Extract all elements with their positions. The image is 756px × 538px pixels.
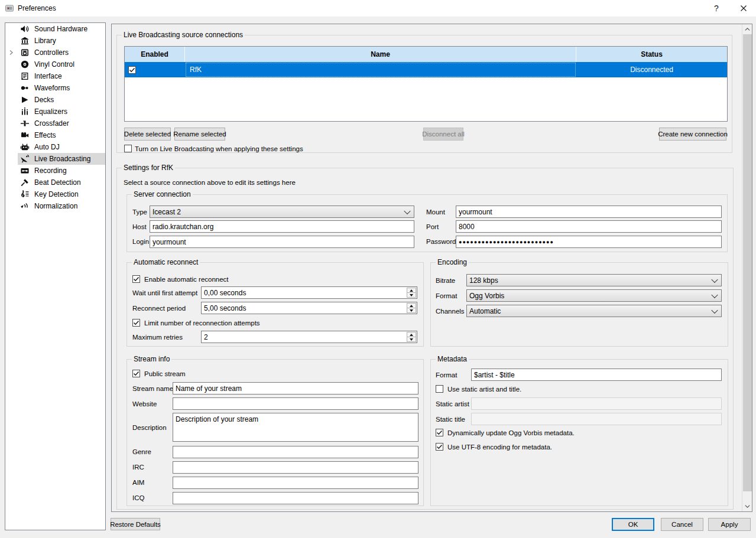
expand-chevron-icon[interactable] — [8, 50, 14, 56]
metadata-format-input[interactable]: $artist - $title — [471, 369, 722, 381]
sidebar-item-equalizers[interactable]: Equalizers — [5, 106, 105, 118]
sidebar-item-crossfader[interactable]: Crossfader — [5, 118, 105, 129]
key-icon — [20, 190, 30, 199]
static-artist-input[interactable] — [471, 397, 722, 410]
wait-spinbox[interactable]: 0,00 seconds — [201, 286, 417, 299]
utf8-label: Use UTF-8 encoding for metadata. — [447, 443, 552, 451]
channels-select[interactable]: Automatic — [466, 305, 722, 317]
chevron-down-icon — [404, 207, 410, 214]
irc-input[interactable] — [173, 461, 418, 474]
mount-input[interactable]: yourmount — [456, 206, 722, 218]
port-input[interactable]: 8000 — [456, 220, 722, 233]
stream-name-input[interactable]: Name of your stream — [173, 382, 418, 394]
scroll-up-button[interactable] — [742, 24, 752, 34]
delete-selected-button[interactable]: Delete selected — [124, 128, 171, 141]
sidebar-item-controllers[interactable]: Controllers — [5, 47, 105, 58]
spinner-buttons[interactable] — [407, 332, 416, 342]
aim-label: AIM — [132, 478, 144, 487]
sidebar-item-label: Crossfader — [34, 118, 69, 129]
static-title-label: Static title — [436, 415, 465, 423]
help-button[interactable]: ? — [709, 1, 723, 15]
title-bar: Preferences ? — [0, 0, 756, 17]
static-artist-title-checkbox[interactable] — [436, 385, 443, 393]
broadcast-icon — [20, 154, 30, 164]
close-button[interactable] — [736, 1, 751, 15]
column-header-name[interactable]: Name — [185, 47, 576, 62]
chevron-down-icon — [711, 276, 718, 282]
group-title: Stream info — [132, 355, 171, 363]
host-input[interactable]: radio.krautchan.org — [150, 220, 414, 233]
sidebar-item-effects[interactable]: Effects — [5, 129, 105, 141]
name-cell: RfK — [185, 62, 576, 77]
sidebar-item-normalization[interactable]: Normalization — [5, 200, 105, 212]
password-input[interactable]: ●●●●●●●●●●●●●●●●●●●●●●●●● — [456, 236, 722, 248]
genre-input[interactable] — [173, 446, 418, 458]
vertical-scrollbar[interactable] — [742, 24, 752, 511]
description-input[interactable]: Description of your stream — [173, 413, 418, 442]
format-select[interactable]: Ogg Vorbis — [466, 289, 722, 302]
enable-reconnect-label: Enable automatic reconnect — [144, 275, 229, 283]
main-panel: Live Broadcasting source connections Ena… — [111, 24, 752, 512]
turn-on-checkbox[interactable] — [124, 145, 132, 152]
website-input[interactable] — [173, 397, 418, 410]
retries-spinbox[interactable]: 2 — [201, 331, 417, 343]
sidebar-item-label: Sound Hardware — [34, 23, 87, 35]
beat-icon — [20, 178, 30, 187]
status-cell: Disconnected — [576, 62, 727, 77]
aim-input[interactable] — [173, 477, 418, 489]
rename-selected-button[interactable]: Rename selected — [174, 128, 225, 141]
static-title-input[interactable] — [471, 413, 722, 425]
automatic-reconnect-group: Automatic reconnect Enable automatic rec… — [126, 262, 424, 347]
dynamic-update-checkbox[interactable] — [436, 429, 443, 436]
channels-value: Automatic — [469, 307, 501, 315]
stream-name-label: Stream name — [132, 384, 173, 393]
encoding-group: Encoding Bitrate 128 kbps Format Ogg Vor… — [430, 262, 728, 347]
enable-reconnect-checkbox[interactable] — [132, 275, 140, 283]
retries-value: 2 — [204, 333, 208, 341]
sidebar-item-waveforms[interactable]: Waveforms — [5, 82, 105, 94]
chevron-down-icon — [711, 307, 718, 313]
sidebar-item-auto-dj[interactable]: Auto DJ — [5, 141, 105, 153]
limit-attempts-checkbox[interactable] — [132, 319, 140, 327]
sidebar-item-interface[interactable]: Interface — [5, 70, 105, 82]
sidebar-item-label: Effects — [34, 129, 56, 141]
scroll-down-button[interactable] — [742, 501, 752, 511]
dynamic-update-label: Dynamically update Ogg Vorbis metadata. — [447, 429, 575, 437]
static-artist-label: Static artist — [436, 400, 469, 408]
spinner-buttons[interactable] — [407, 288, 416, 298]
public-stream-checkbox[interactable] — [132, 370, 140, 377]
scrollbar-thumb[interactable] — [743, 34, 752, 491]
sidebar-item-live-broadcasting[interactable]: Live Broadcasting — [5, 153, 105, 165]
column-header-status[interactable]: Status — [576, 47, 727, 62]
login-input[interactable]: yourmount — [150, 236, 414, 248]
sidebar-item-sound-hardware[interactable]: Sound Hardware — [5, 23, 105, 35]
sidebar-item-label: Normalization — [34, 200, 77, 212]
sidebar-item-vinyl-control[interactable]: Vinyl Control — [5, 58, 105, 70]
stream-info-group: Stream info Public stream Stream name Na… — [126, 359, 424, 506]
sidebar-item-library[interactable]: Library — [5, 35, 105, 47]
spinner-buttons[interactable] — [407, 303, 416, 313]
sidebar-item-decks[interactable]: Decks — [5, 94, 105, 106]
enabled-checkbox[interactable] — [128, 66, 136, 74]
utf8-checkbox[interactable] — [436, 443, 443, 451]
table-row[interactable]: RfK Disconnected — [125, 62, 727, 77]
type-select[interactable]: Icecast 2 — [150, 206, 414, 218]
disconnect-all-button[interactable]: Disconnect all — [423, 128, 463, 141]
icq-input[interactable] — [173, 492, 418, 504]
settings-group: Settings for RfK Select a source connect… — [116, 168, 734, 510]
period-spinbox[interactable]: 5,00 seconds — [201, 302, 417, 314]
static-artist-title-label: Use static artist and title. — [447, 385, 521, 393]
column-header-enabled[interactable]: Enabled — [125, 47, 185, 62]
cancel-button[interactable]: Cancel — [661, 518, 703, 531]
vinyl-icon — [20, 60, 30, 69]
turn-on-label: Turn on Live Broadcasting when applying … — [135, 145, 303, 153]
create-new-connection-button[interactable]: Create new connection — [659, 128, 726, 141]
bitrate-select[interactable]: 128 kbps — [466, 274, 722, 286]
ok-button[interactable]: OK — [612, 518, 654, 531]
sidebar-item-beat-detection[interactable]: Beat Detection — [5, 177, 105, 188]
sidebar-item-recording[interactable]: Recording — [5, 165, 105, 177]
sidebar-item-key-detection[interactable]: Key Detection — [5, 188, 105, 200]
restore-defaults-button[interactable]: Restore Defaults — [111, 518, 160, 530]
crossfader-icon — [20, 119, 30, 128]
apply-button[interactable]: Apply — [708, 518, 751, 531]
